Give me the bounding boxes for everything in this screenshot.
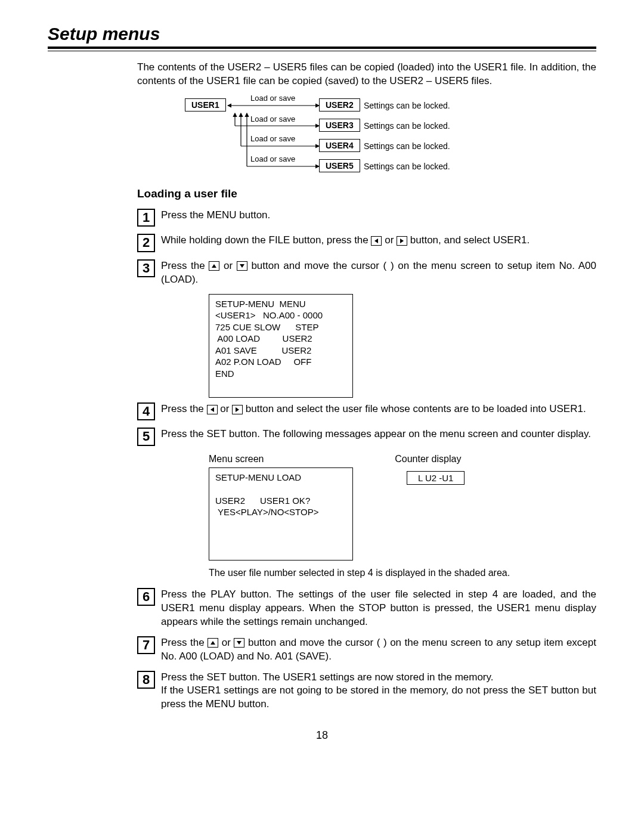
up-arrow-icon [208,638,218,648]
left-arrow-icon [371,236,382,246]
user3-box: USER3 [319,119,360,132]
step-text: Press the SET button. The following mess… [161,428,596,441]
step-text: Press the PLAY button. The settings of t… [161,588,596,629]
step-3: 3 Press the or button and move the curso… [137,259,596,287]
load-or-save-label: Load or save [250,154,295,163]
text-fragment: Press the [161,403,207,414]
settings-locked-label: Settings can be locked. [364,101,450,110]
text-fragment: or [222,637,234,648]
user5-box: USER5 [319,159,360,172]
settings-locked-label: Settings can be locked. [364,162,450,171]
content-area: The contents of the USER2 – USER5 files … [137,61,596,711]
user1-box: USER1 [185,98,226,112]
step-2: 2 While holding down the FILE button, pr… [137,234,596,252]
left-arrow-icon [207,405,218,414]
settings-locked-label: Settings can be locked. [364,141,450,151]
load-or-save-label: Load or save [250,114,295,123]
text-fragment: button and select the user file whose co… [246,403,586,414]
settings-locked-label: Settings can be locked. [364,121,450,131]
step-text: While holding down the FILE button, pres… [161,234,596,247]
step-5: 5 Press the SET button. The following me… [137,428,596,445]
menu-screen-1: SETUP-MENU MENU <USER1> NO.A00 - 0000 72… [209,294,353,398]
subheading: Loading a user file [137,187,596,200]
step-number: 1 [137,209,155,227]
step-number: 5 [137,428,155,445]
user-file-diagram: USER1 USER2 USER3 USER4 USER5 Load or sa… [173,97,578,175]
step-number: 4 [137,402,155,420]
text-fragment: button, and select USER1. [410,234,530,246]
counter-display-box: L U2 -U1 [407,471,465,485]
right-arrow-icon [232,405,243,414]
page-title: Setup menus [48,24,596,49]
counter-display-label: Counter display [395,454,461,465]
step-text: Press the or button and select the user … [161,402,596,416]
step-8: 8 Press the SET button. The USER1 settin… [137,671,596,712]
step-6: 6 Press the PLAY button. The settings of… [137,588,596,629]
step-number: 8 [137,671,155,689]
load-or-save-label: Load or save [250,134,295,143]
text-fragment: Press the [161,260,209,271]
step-1: 1 Press the MENU button. [137,209,596,227]
down-arrow-icon [237,261,247,271]
step-number: 7 [137,636,155,654]
right-arrow-icon [397,236,407,246]
text-fragment: or [224,260,237,271]
step-text: Press the SET button. The USER1 settings… [161,671,596,712]
menu-screen-label: Menu screen [209,454,264,464]
intro-paragraph: The contents of the USER2 – USER5 files … [137,61,596,88]
text-fragment: While holding down the FILE button, pres… [161,234,371,246]
step-4: 4 Press the or button and select the use… [137,402,596,420]
step-text: Press the MENU button. [161,209,596,222]
user4-box: USER4 [319,139,360,152]
text-fragment: or [385,234,397,246]
step-text: Press the or button and move the cursor … [161,636,596,664]
text-fragment: or [220,403,232,414]
menu-screen-2: SETUP-MENU LOAD USER2 USER1 OK? YES<PLAY… [209,467,353,561]
page-number: 18 [48,729,596,742]
step-number: 3 [137,259,155,277]
up-arrow-icon [209,261,219,271]
step-number: 6 [137,588,155,606]
step-number: 2 [137,234,155,252]
step-text: Press the or button and move the cursor … [161,259,596,287]
user2-box: USER2 [319,98,360,112]
load-or-save-label: Load or save [250,94,295,103]
down-arrow-icon [234,638,244,648]
text-fragment: Press the [161,637,208,648]
step-7: 7 Press the or button and move the curso… [137,636,596,664]
footnote: The user file number selected in step 4 … [209,568,596,578]
